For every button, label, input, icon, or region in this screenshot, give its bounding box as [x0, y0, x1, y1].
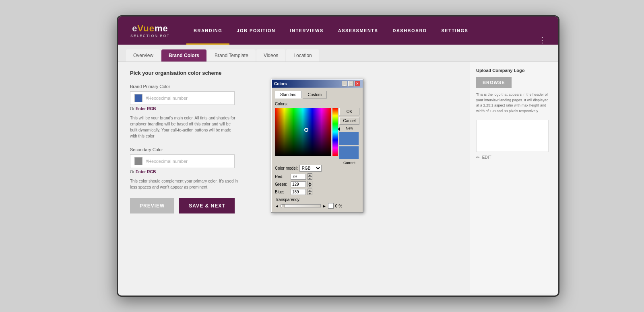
- blue-down-button[interactable]: ▼: [308, 192, 312, 195]
- hue-slider[interactable]: [332, 108, 338, 156]
- upload-desc: This is the logo that appears in the hea…: [476, 92, 552, 114]
- transparency-value: 0 %: [335, 204, 342, 208]
- logo-sub: Selection Bot: [130, 34, 170, 38]
- edit-link[interactable]: ✏ EDIT: [476, 155, 552, 160]
- green-up-button[interactable]: ▲: [308, 181, 312, 184]
- tab-overview[interactable]: Overview: [126, 49, 161, 62]
- spectrum-area: OK Cancel New Current: [275, 108, 359, 165]
- nav-item-dashboard[interactable]: DASHBOARD: [385, 16, 434, 45]
- secondary-color-desc: This color should complement your primar…: [130, 178, 239, 190]
- main-content: Pick your organisation color scheme Bran…: [118, 62, 558, 294]
- laptop-wrapper: eVueme Selection Bot BRANDING JOB POSITI…: [0, 0, 644, 312]
- green-row: Green: ▲ ▼: [275, 181, 359, 187]
- green-down-button[interactable]: ▼: [308, 184, 312, 187]
- logo-preview-box: [476, 120, 549, 152]
- dialog-titlebar: Colors _ □ ✕: [272, 80, 363, 88]
- upload-title: Upload Company Logo: [476, 68, 552, 73]
- blue-input[interactable]: [291, 189, 306, 195]
- tab-location[interactable]: Location: [286, 49, 319, 62]
- nav-item-assessments[interactable]: ASSESSMENTS: [331, 16, 386, 45]
- colors-label: Colors:: [275, 102, 359, 106]
- green-spinner: ▲ ▼: [308, 181, 312, 187]
- hue-arrow: [338, 127, 340, 131]
- edit-pencil-icon: ✏: [476, 155, 479, 160]
- current-label: Current: [339, 161, 359, 165]
- dialog-ok-button[interactable]: OK: [339, 108, 359, 115]
- red-up-button[interactable]: ▲: [308, 173, 312, 177]
- blue-label: Blue:: [275, 190, 289, 194]
- secondary-color-input-row[interactable]: #Hexdecimal number: [130, 154, 235, 168]
- transparency-box: [328, 203, 334, 209]
- primary-color-input-row[interactable]: #Hexdecimal number: [130, 91, 235, 105]
- dialog-tabs: Standard Custom: [275, 91, 359, 99]
- blue-spinner: ▲ ▼: [308, 189, 312, 195]
- nav-item-interviews[interactable]: INTERVIEWS: [283, 16, 331, 45]
- transparency-thumb: [282, 204, 285, 208]
- dialog-minimize-button[interactable]: _: [342, 81, 347, 86]
- secondary-enter-rgb-link[interactable]: Enter RGB: [136, 170, 156, 174]
- dialog-maximize-button[interactable]: □: [348, 81, 354, 86]
- save-next-button[interactable]: SAVE & NEXT: [179, 198, 235, 213]
- primary-color-input-text: #Hexdecimal number: [146, 96, 188, 101]
- dialog-body: Standard Custom Colors:: [272, 88, 363, 212]
- navbar: eVueme Selection Bot BRANDING JOB POSITI…: [118, 16, 558, 45]
- color-picker-dialog: Colors _ □ ✕ Standard Cus: [271, 79, 363, 213]
- spectrum-gradient[interactable]: [275, 108, 331, 156]
- red-input[interactable]: [291, 174, 306, 180]
- new-label: New: [339, 126, 359, 130]
- current-color-swatch: [339, 146, 359, 159]
- color-model-select[interactable]: RGB: [299, 165, 322, 172]
- nav-item-branding[interactable]: BRANDING: [186, 16, 229, 45]
- dialog-title: Colors: [274, 82, 287, 86]
- nav-items: BRANDING JOB POSITION INTERVIEWS ASSESSM…: [186, 16, 550, 45]
- primary-color-desc: This will be your brand's main color. Al…: [130, 115, 239, 139]
- tab-brand-colors[interactable]: Brand Colors: [161, 49, 206, 62]
- tabs-bar: Overview Brand Colors Brand Template Vid…: [118, 45, 558, 62]
- transparency-row: Transparency: ◄ ► 0 %: [275, 197, 359, 209]
- primary-color-swatch: [134, 94, 142, 102]
- transparency-label: Transparency:: [275, 197, 359, 202]
- transparency-track[interactable]: [281, 204, 321, 207]
- color-controls-right: OK Cancel New Current: [339, 108, 359, 165]
- blue-up-button[interactable]: ▲: [308, 189, 312, 192]
- dialog-tab-custom[interactable]: Custom: [303, 91, 327, 99]
- blue-row: Blue: ▲ ▼: [275, 189, 359, 195]
- green-label: Green:: [275, 182, 289, 187]
- transparency-left-arrow[interactable]: ◄: [275, 204, 279, 208]
- dialog-cancel-button[interactable]: Cancel: [339, 117, 359, 125]
- transparency-slider-row: ◄ ► 0 %: [275, 203, 359, 209]
- section-title: Pick your organisation color scheme: [130, 70, 458, 76]
- spectrum-crosshair: [304, 128, 308, 132]
- nav-item-settings[interactable]: SETTINGS: [434, 16, 475, 45]
- red-row: Red: ▲ ▼: [275, 173, 359, 180]
- green-input[interactable]: [291, 181, 306, 187]
- dialog-close-button[interactable]: ✕: [355, 81, 360, 86]
- secondary-color-input-text: #Hexdecimal number: [146, 159, 188, 164]
- nav-item-job-position[interactable]: JOB POSITION: [229, 16, 283, 45]
- screen: eVueme Selection Bot BRANDING JOB POSITI…: [117, 15, 559, 297]
- red-spinner: ▲ ▼: [308, 173, 312, 180]
- new-color-swatch: [339, 132, 359, 145]
- tab-videos[interactable]: Videos: [256, 49, 285, 62]
- logo-text: eVueme: [132, 23, 168, 34]
- red-down-button[interactable]: ▼: [308, 177, 312, 180]
- nav-more-button[interactable]: ⋮: [538, 35, 550, 45]
- secondary-color-swatch: [134, 157, 142, 165]
- logo-area: eVueme Selection Bot: [126, 23, 174, 38]
- primary-enter-rgb-link[interactable]: Enter RGB: [136, 107, 156, 111]
- red-label: Red:: [275, 174, 289, 179]
- browse-button[interactable]: BROWSE: [476, 77, 512, 88]
- right-panel: Upload Company Logo BROWSE This is the l…: [470, 62, 558, 294]
- dialog-tab-standard[interactable]: Standard: [275, 91, 302, 99]
- preview-button[interactable]: PREVIEW: [130, 198, 174, 213]
- transparency-right-arrow[interactable]: ►: [322, 204, 326, 208]
- color-model-label: Color model:: [275, 166, 298, 170]
- dialog-window-controls: _ □ ✕: [342, 81, 360, 86]
- color-model-row: Color model: RGB: [275, 165, 359, 172]
- tab-brand-template[interactable]: Brand Template: [207, 49, 256, 62]
